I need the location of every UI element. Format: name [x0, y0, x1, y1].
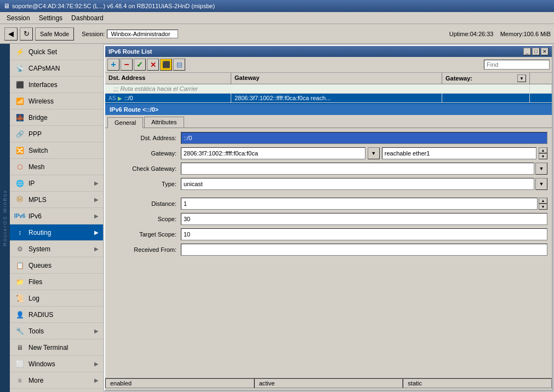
sidebar-item-wireless[interactable]: 📶 Wireless: [10, 93, 103, 109]
sidebar-item-bridge[interactable]: 🌉 Bridge: [10, 109, 103, 126]
target-scope-input[interactable]: [181, 228, 547, 240]
filter-button[interactable]: ⊟: [173, 59, 185, 71]
route-arrow-icon: ▶: [118, 95, 122, 101]
bridge-icon: 🌉: [14, 112, 25, 123]
sidebar-item-queues[interactable]: 📋 Queues: [10, 257, 103, 274]
log-icon: 📜: [14, 293, 25, 304]
menu-settings[interactable]: Settings: [35, 13, 67, 23]
gateway-dropdown-button[interactable]: ▼: [368, 147, 380, 159]
table-row-route[interactable]: AS ▶ ::/0 2806:3f7:1002::ffff:f0ca:f0ca …: [105, 94, 552, 103]
title-bar-text: soporte@C4:AD:34:7E:92:5C (L...) v6.48.4…: [12, 3, 215, 9]
check-gateway-dropdown[interactable]: ▼: [535, 163, 547, 175]
form-row-target-scope: Target Scope:: [110, 228, 547, 241]
more-icon: ≡: [14, 375, 25, 386]
sidebar-item-radius[interactable]: 👤 RADIUS: [10, 307, 103, 323]
sidebar-item-quick-set[interactable]: ⚡ Quick Set: [10, 44, 103, 60]
disable-route-button[interactable]: ✕: [147, 59, 159, 71]
find-input[interactable]: [484, 60, 550, 70]
minimize-button[interactable]: _: [523, 48, 531, 55]
sidebar-item-mesh[interactable]: ⬡ Mesh: [10, 159, 103, 175]
sidebar-item-system[interactable]: ⚙ System ▶: [10, 241, 103, 257]
uptime-display: Uptime:04:26:33 Memory:100.6 MiB: [449, 31, 551, 37]
sidebar-item-interfaces[interactable]: ⬛ Interfaces: [10, 77, 103, 93]
spin-down-button[interactable]: ▼: [539, 153, 547, 159]
flag-as: AS: [108, 95, 116, 101]
brand-sidebar: RouterOS WinBox: [0, 44, 10, 392]
received-from-field[interactable]: [184, 246, 545, 253]
check-gateway-input[interactable]: [181, 163, 534, 175]
sidebar-item-capsman[interactable]: 📡 CAPsMAN: [10, 60, 103, 77]
dst-address-input[interactable]: [181, 132, 547, 144]
distance-controls: ▲ ▼: [181, 198, 547, 210]
distance-spin-up[interactable]: ▲: [539, 198, 547, 204]
label-dst-address: Dst. Address:: [110, 135, 181, 141]
comment-button[interactable]: ⬛: [160, 59, 172, 71]
gateway-input[interactable]: [181, 147, 365, 159]
sidebar-label-interfaces: Interfaces: [28, 81, 99, 89]
spin-up-button[interactable]: ▲: [539, 147, 547, 153]
col-dst-address: Dst. Address: [105, 73, 231, 84]
sidebar-label-files: Files: [28, 278, 99, 286]
form-title: IPv6 Route <::/0>: [105, 104, 552, 115]
distance-input[interactable]: [181, 198, 538, 210]
interfaces-icon: ⬛: [14, 79, 25, 90]
sidebar-item-windows[interactable]: ⬜ Windows ▶: [10, 356, 103, 372]
table-row-comment[interactable]: ;;; Ruta estática hacia el Carrier: [105, 84, 552, 94]
files-icon: 📁: [14, 276, 25, 287]
sidebar-item-routing[interactable]: ↕ Routing ▶: [10, 224, 103, 241]
safe-mode-button[interactable]: Safe Mode: [35, 27, 74, 41]
sidebar-item-ip[interactable]: 🌐 IP ▶: [10, 175, 103, 192]
sidebar-label-mpls: MPLS: [28, 196, 94, 204]
scope-field[interactable]: [184, 216, 545, 222]
maximize-button[interactable]: □: [532, 48, 540, 55]
quick-set-icon: ⚡: [14, 47, 25, 57]
tab-attributes[interactable]: Attributes: [144, 117, 184, 128]
menu-session[interactable]: Session: [2, 13, 35, 23]
routing-arrow: ▶: [94, 229, 99, 235]
sidebar-item-more[interactable]: ≡ More ▶: [10, 372, 103, 389]
sidebar-item-ipv6[interactable]: IPv6 IPv6 ▶: [10, 208, 103, 224]
sidebar-label-bridge: Bridge: [28, 114, 99, 122]
close-button[interactable]: ✕: [541, 48, 549, 55]
sidebar-item-switch[interactable]: 🔀 Switch: [10, 142, 103, 159]
form-tabs: General Attributes: [105, 115, 552, 128]
label-target-scope: Target Scope:: [110, 231, 181, 238]
col-dropdown-button[interactable]: ▼: [517, 74, 526, 82]
col-gateway: Gateway: [231, 73, 442, 84]
refresh-button[interactable]: ↻: [20, 27, 33, 41]
type-select[interactable]: unicast: [181, 178, 534, 190]
type-dropdown-button[interactable]: ▼: [535, 178, 547, 190]
form-row-type: Type: unicast ▼: [110, 177, 547, 191]
window-title-bar: IPv6 Route List _ □ ✕: [105, 46, 552, 57]
sidebar-item-tools[interactable]: 🔧 Tools ▶: [10, 323, 103, 339]
system-arrow: ▶: [94, 246, 99, 252]
switch-icon: 🔀: [14, 145, 25, 156]
tab-general[interactable]: General: [107, 117, 143, 128]
check-gateway-field[interactable]: [184, 165, 532, 172]
sidebar-label-system: System: [28, 245, 94, 253]
scope-input[interactable]: [181, 213, 547, 225]
dst-address-field[interactable]: [184, 135, 545, 141]
gateway-field[interactable]: [184, 150, 363, 157]
remove-route-button[interactable]: −: [121, 59, 133, 71]
sidebar-item-files[interactable]: 📁 Files: [10, 274, 103, 290]
enable-route-button[interactable]: ✓: [134, 59, 146, 71]
ip-arrow: ▶: [94, 180, 99, 186]
distance-spin-down[interactable]: ▼: [539, 204, 547, 210]
sidebar-item-ppp[interactable]: 🔗 PPP: [10, 126, 103, 142]
sidebar-item-mpls[interactable]: Ⓜ MPLS ▶: [10, 192, 103, 208]
received-from-input[interactable]: [181, 244, 547, 256]
sidebar-item-new-terminal[interactable]: 🖥 New Terminal: [10, 339, 103, 356]
sidebar-nav: ⚡ Quick Set 📡 CAPsMAN ⬛ Interfaces 📶 Wir…: [10, 44, 103, 392]
sidebar-item-log[interactable]: 📜 Log: [10, 290, 103, 307]
form-row-gateway: Gateway: ▼ reachable ether1 ▲ ▼: [110, 147, 547, 160]
back-button[interactable]: ◀: [4, 27, 18, 41]
table-header: Dst. Address Gateway Gateway: ▼: [105, 73, 552, 84]
menu-dashboard[interactable]: Dashboard: [67, 13, 108, 23]
add-route-button[interactable]: +: [107, 59, 119, 71]
sidebar-label-quick-set: Quick Set: [28, 48, 99, 56]
distance-field[interactable]: [184, 200, 535, 207]
title-bar-icon: 🖥: [3, 2, 10, 10]
target-scope-field[interactable]: [184, 231, 545, 238]
route-comment: ;;; Ruta estática hacia el Carrier: [105, 84, 530, 93]
